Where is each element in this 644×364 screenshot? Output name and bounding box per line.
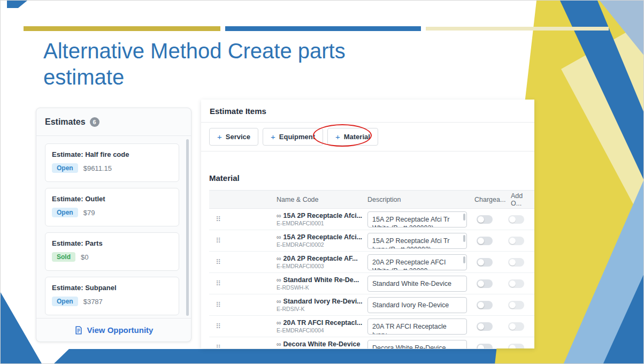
item-code: E-EMDRAFCI0004 bbox=[277, 327, 363, 333]
add-on-toggle[interactable] bbox=[508, 237, 524, 245]
top-left-accent bbox=[7, 1, 27, 8]
name-column-header: Name & Code bbox=[272, 196, 363, 203]
add-item-buttons: + Service + Equipment + Material bbox=[209, 128, 534, 146]
drag-handle[interactable]: ⠿ bbox=[209, 322, 227, 330]
status-badge: Open bbox=[52, 208, 78, 217]
add-service-button[interactable]: + Service bbox=[209, 128, 258, 146]
description-input[interactable]: Standard White Re-Device bbox=[367, 276, 467, 292]
drag-handle[interactable]: ⠿ bbox=[209, 301, 227, 309]
estimate-amount: $9611.15 bbox=[83, 164, 112, 172]
item-code: E-RDSWH-K bbox=[277, 284, 363, 291]
add-on-toggle[interactable] bbox=[508, 279, 524, 288]
description-input[interactable]: 20A TR AFCI Receptacle Ivory bbox=[367, 318, 467, 335]
estimates-title: Estimates bbox=[45, 117, 86, 127]
drag-handle[interactable]: ⠿ bbox=[209, 279, 227, 287]
table-row: ⠿ ∞20A TR AFCI Receptacl... E-EMDRAFCI00… bbox=[209, 316, 534, 337]
slide-title: Alternative Method Create parts estimate bbox=[43, 38, 418, 90]
item-code: E-RDSIV-K bbox=[277, 306, 363, 312]
chargeable-toggle[interactable] bbox=[477, 301, 493, 309]
add-on-column-header: Add O... bbox=[507, 192, 534, 207]
add-on-toggle[interactable] bbox=[508, 301, 524, 309]
status-badge: Open bbox=[52, 163, 78, 173]
drag-icon: ⠿ bbox=[216, 322, 221, 330]
item-name[interactable]: Standard White Re-De... bbox=[283, 276, 359, 284]
estimates-panel: Estimates 6 Estimate: Half fire code Ope… bbox=[36, 108, 191, 342]
drag-handle[interactable]: ⠿ bbox=[209, 215, 227, 223]
table-row: ⠿ ∞Decora White Re-Device E-RDDWH-K Deco… bbox=[209, 337, 534, 348]
plus-icon: + bbox=[217, 132, 222, 141]
estimate-card[interactable]: Estimate: Parts Sold $0 bbox=[45, 232, 179, 271]
add-on-toggle[interactable] bbox=[508, 258, 524, 267]
divider bbox=[201, 151, 534, 151]
chargeable-toggle[interactable] bbox=[477, 344, 493, 349]
chargeable-toggle[interactable] bbox=[477, 215, 493, 224]
item-name[interactable]: Standard Ivory Re-Devi... bbox=[283, 298, 363, 305]
table-row: ⠿ ∞15A 2P Receptacle Afci... E-EMDRAFCI0… bbox=[209, 209, 534, 230]
view-opportunity-label: View Opportunity bbox=[87, 325, 154, 335]
estimate-amount: $79 bbox=[83, 209, 95, 217]
description-input[interactable]: Standard Ivory Re-Device bbox=[367, 297, 467, 313]
drag-handle[interactable]: ⠿ bbox=[209, 344, 227, 348]
link-icon: ∞ bbox=[277, 255, 281, 262]
add-service-label: Service bbox=[226, 133, 250, 141]
drag-icon: ⠿ bbox=[216, 237, 221, 245]
annotation-ellipse bbox=[313, 124, 372, 147]
item-name[interactable]: 20A TR AFCI Receptacl... bbox=[283, 319, 363, 327]
presentation-slide: Alternative Method Create parts estimate… bbox=[0, 0, 644, 364]
drag-icon: ⠿ bbox=[216, 344, 221, 348]
material-table: Name & Code Description Chargea... Add O… bbox=[209, 190, 534, 348]
drag-icon: ⠿ bbox=[216, 258, 221, 266]
description-input[interactable]: 15A 2P Receptacle Afci Tr Ivory (B...tt … bbox=[367, 233, 467, 249]
pale-rule-bar bbox=[426, 27, 609, 31]
chargeable-toggle[interactable] bbox=[477, 237, 493, 245]
link-icon: ∞ bbox=[277, 319, 281, 327]
chargeable-toggle[interactable] bbox=[477, 279, 493, 288]
estimate-card[interactable]: Estimate: Half fire code Open $9611.15 bbox=[45, 143, 179, 182]
drag-icon: ⠿ bbox=[216, 301, 221, 309]
drag-handle[interactable]: ⠿ bbox=[209, 237, 227, 245]
estimate-card[interactable]: Estimate: Subpanel Open $3787 bbox=[45, 277, 179, 315]
add-on-toggle[interactable] bbox=[508, 322, 524, 331]
add-on-toggle[interactable] bbox=[508, 215, 524, 224]
status-badge: Sold bbox=[52, 252, 75, 262]
chargeable-toggle[interactable] bbox=[477, 258, 493, 267]
drag-icon: ⠿ bbox=[216, 279, 221, 287]
description-input[interactable]: Decora White Re-Device bbox=[367, 340, 467, 349]
link-icon: ∞ bbox=[277, 340, 281, 348]
table-row: ⠿ ∞Standard Ivory Re-Devi... E-RDSIV-K S… bbox=[209, 294, 534, 316]
estimates-count-badge: 6 bbox=[90, 117, 99, 127]
estimate-items-title: Estimate Items bbox=[201, 100, 534, 123]
link-icon: ∞ bbox=[277, 276, 281, 284]
drag-icon: ⠿ bbox=[216, 215, 221, 223]
document-icon bbox=[74, 326, 83, 335]
item-name[interactable]: 20A 2P Receptacle AF... bbox=[283, 255, 358, 262]
estimate-title: Estimate: Parts bbox=[52, 239, 172, 247]
description-input[interactable]: 20A 2P Receptacle AFCI White (B...tt 200… bbox=[367, 254, 467, 270]
estimates-scrollbar[interactable] bbox=[186, 139, 189, 316]
table-header-row: Name & Code Description Chargea... Add O… bbox=[209, 190, 534, 209]
chargeable-toggle[interactable] bbox=[477, 322, 493, 331]
estimate-title: Estimate: Subpanel bbox=[52, 284, 172, 292]
material-section-title: Material bbox=[209, 173, 534, 183]
estimate-title: Estimate: Half fire code bbox=[52, 150, 172, 158]
link-icon: ∞ bbox=[277, 298, 281, 305]
chargeable-column-header: Chargea... bbox=[470, 196, 507, 203]
item-name[interactable]: 15A 2P Receptacle Afci... bbox=[283, 233, 363, 241]
plus-icon: + bbox=[271, 132, 275, 141]
estimate-amount: $3787 bbox=[83, 298, 103, 306]
item-name[interactable]: 15A 2P Receptacle Afci... bbox=[283, 212, 363, 219]
table-row: ⠿ ∞20A 2P Receptacle AF... E-EMDRAFCI000… bbox=[209, 252, 534, 273]
estimates-panel-header: Estimates 6 bbox=[36, 108, 191, 136]
table-row: ⠿ ∞Standard White Re-De... E-RDSWH-K Sta… bbox=[209, 273, 534, 294]
drag-handle[interactable]: ⠿ bbox=[209, 258, 227, 266]
estimate-amount: $0 bbox=[81, 253, 88, 261]
view-opportunity-link[interactable]: View Opportunity bbox=[36, 318, 191, 342]
estimates-list: Estimate: Half fire code Open $9611.15 E… bbox=[36, 136, 191, 315]
item-code: E-EMDRAFCI0003 bbox=[277, 263, 363, 269]
link-icon: ∞ bbox=[277, 233, 281, 241]
description-input[interactable]: 15A 2P Receptacle Afci Tr White (B...tt … bbox=[367, 211, 467, 228]
item-name[interactable]: Decora White Re-Device bbox=[283, 340, 361, 348]
item-code: E-EMDRAFCI0001 bbox=[277, 220, 363, 226]
add-on-toggle[interactable] bbox=[508, 344, 524, 349]
estimate-card[interactable]: Estimate: Outlet Open $79 bbox=[45, 188, 179, 226]
